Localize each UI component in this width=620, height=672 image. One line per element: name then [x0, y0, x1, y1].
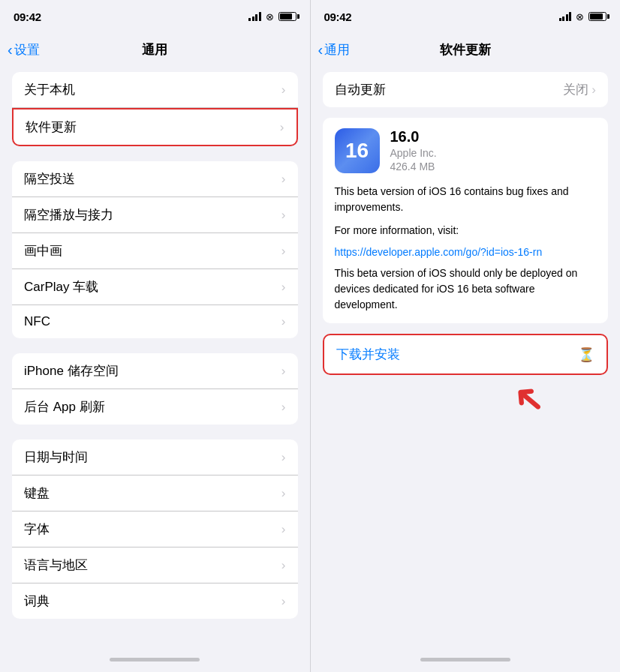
row-storage[interactable]: iPhone 储存空间 › — [12, 353, 298, 389]
row-nfc[interactable]: NFC › — [12, 305, 298, 338]
auto-update-chevron: › — [591, 82, 596, 98]
row-airdrop[interactable]: 隔空投送 › — [12, 161, 298, 197]
ios16-icon: 16 — [335, 128, 380, 173]
left-home-indicator — [0, 646, 310, 672]
row-airplay[interactable]: 隔空播放与接力 › — [12, 197, 298, 233]
row-about[interactable]: 关于本机 › — [12, 72, 298, 108]
auto-update-label: 自动更新 — [335, 81, 386, 98]
right-home-bar — [420, 658, 510, 662]
left-group1: 关于本机 › 软件更新 › — [12, 72, 298, 146]
row-pip[interactable]: 画中画 › — [12, 233, 298, 269]
right-status-icons: ⊗ — [559, 11, 607, 22]
update-desc1: This beta version of iOS 16 contains bug… — [335, 184, 597, 215]
right-back-chevron-icon: ‹ — [318, 42, 324, 57]
download-install-button[interactable]: 下载并安装 ⏳ — [324, 335, 607, 374]
left-panel: 09:42 ⊗ ‹ 设置 通用 关于本机 › — [0, 0, 310, 672]
right-wifi-icon: ⊗ — [576, 11, 584, 22]
row-background-refresh[interactable]: 后台 App 刷新 › — [12, 389, 298, 424]
row-about-chevron: › — [281, 82, 286, 98]
update-card: 16 16.0 Apple Inc. 426.4 MB This beta ve… — [323, 118, 609, 323]
update-company: Apple Inc. — [390, 147, 597, 159]
right-time: 09:42 — [324, 10, 352, 23]
right-panel: 09:42 ⊗ ‹ 通用 软件更新 自动更新 关闭 — [311, 0, 621, 672]
row-software-update-label: 软件更新 — [26, 118, 77, 136]
update-warning: This beta version of iOS should only be … — [335, 266, 597, 313]
right-panel-content: 自动更新 关闭 › 16 16.0 Apple Inc. 426.4 MB Th… — [311, 66, 621, 646]
download-btn-wrap: 下载并安装 ⏳ — [323, 334, 609, 375]
row-software-update-chevron: › — [280, 120, 284, 135]
left-nav-bar: ‹ 设置 通用 — [0, 33, 310, 66]
right-signal-icon — [559, 12, 572, 21]
left-status-icons: ⊗ — [248, 11, 296, 22]
update-version: 16.0 — [390, 128, 597, 146]
left-group4: 日期与时间 › 键盘 › 字体 › 语言与地区 › 词典 › — [12, 440, 298, 619]
update-link[interactable]: https://developer.apple.com/go/?id=ios-1… — [335, 246, 597, 258]
right-battery-icon — [588, 12, 606, 21]
left-group3: iPhone 储存空间 › 后台 App 刷新 › — [12, 353, 298, 424]
red-arrow-icon: ➜ — [503, 375, 553, 426]
update-header: 16 16.0 Apple Inc. 426.4 MB — [335, 128, 597, 173]
update-meta: 16.0 Apple Inc. 426.4 MB — [390, 128, 597, 172]
row-keyboard[interactable]: 键盘 › — [12, 476, 298, 512]
right-home-indicator — [311, 646, 621, 672]
row-datetime[interactable]: 日期与时间 › — [12, 440, 298, 476]
left-back-label: 设置 — [14, 41, 40, 58]
spinner-icon: ⏳ — [578, 346, 594, 363]
back-chevron-icon: ‹ — [8, 42, 13, 57]
auto-update-row[interactable]: 自动更新 关闭 › — [323, 72, 609, 107]
left-group2: 隔空投送 › 隔空播放与接力 › 画中画 › CarPlay 车载 › NFC … — [12, 161, 298, 338]
battery-icon — [278, 12, 296, 21]
left-panel-content: 关于本机 › 软件更新 › 隔空投送 › 隔空播放与接力 › 画中画 › — [0, 66, 310, 646]
row-carplay[interactable]: CarPlay 车载 › — [12, 269, 298, 305]
arrow-annotation: ➜ — [311, 381, 621, 420]
left-time: 09:42 — [14, 10, 41, 23]
left-back-button[interactable]: ‹ 设置 — [8, 41, 40, 58]
right-back-button[interactable]: ‹ 通用 — [318, 41, 351, 58]
download-btn-label: 下载并安装 — [336, 346, 400, 363]
wifi-icon: ⊗ — [266, 11, 274, 22]
row-language[interactable]: 语言与地区 › — [12, 548, 298, 584]
right-back-label: 通用 — [324, 41, 350, 58]
row-dictionary[interactable]: 词典 › — [12, 584, 298, 619]
right-nav-title: 软件更新 — [440, 41, 491, 58]
signal-icon — [248, 12, 261, 21]
left-nav-title: 通用 — [142, 41, 167, 58]
right-status-bar: 09:42 ⊗ — [311, 0, 621, 33]
row-software-update[interactable]: 软件更新 › — [12, 108, 298, 146]
left-status-bar: 09:42 ⊗ — [0, 0, 310, 33]
right-nav-bar: ‹ 通用 软件更新 — [311, 33, 621, 66]
home-bar — [110, 658, 200, 662]
auto-update-status: 关闭 — [563, 81, 588, 98]
row-fonts[interactable]: 字体 › — [12, 512, 298, 548]
auto-update-value: 关闭 › — [563, 81, 596, 98]
row-about-label: 关于本机 — [24, 81, 75, 98]
update-size: 426.4 MB — [390, 160, 597, 172]
update-desc2: For more information, visit: — [335, 223, 597, 238]
